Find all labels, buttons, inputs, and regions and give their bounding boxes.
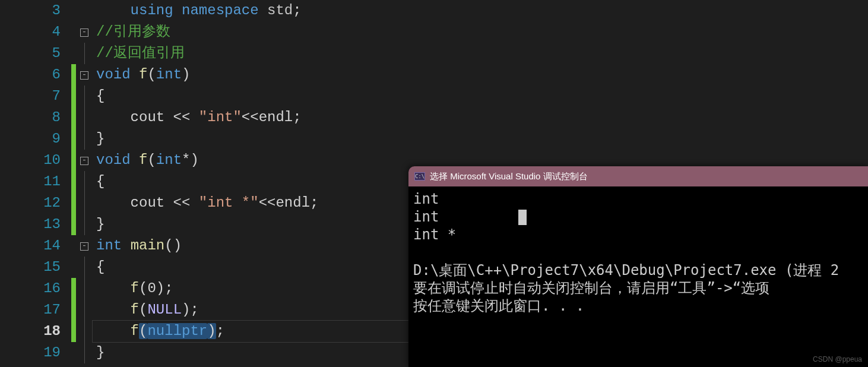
fold-cell [76,128,93,150]
code-folding-column[interactable]: ---- [76,0,93,367]
console-output[interactable]: intint int * D:\桌面\C++\Project7\x64\Debu… [408,186,868,318]
change-marker [71,342,76,363]
line-number: 16 [0,278,61,299]
console-icon: C:\ [414,172,425,181]
change-marker [71,214,76,235]
line-number: 13 [0,214,61,235]
line-number: 5 [0,43,61,64]
change-marker [71,321,76,342]
console-cursor [518,210,527,225]
line-number: 3 [0,0,61,21]
change-marker [71,64,76,86]
console-line: int [413,190,863,208]
fold-cell[interactable]: - [76,235,93,257]
line-number: 9 [0,128,61,150]
fold-cell [76,214,93,235]
line-number: 19 [0,342,61,363]
fold-cell [76,171,93,192]
change-marker [71,21,76,43]
fold-cell [76,107,93,128]
change-marker [71,128,76,150]
code-line[interactable]: } [93,128,868,150]
change-marker [71,86,76,107]
line-number-gutter: 345678910111213141516171819 [0,0,71,367]
code-line[interactable]: //返回值引用 [93,43,868,64]
line-number: 12 [0,192,61,214]
fold-cell [76,86,93,107]
fold-toggle-icon[interactable]: - [80,71,88,80]
fold-toggle-icon[interactable]: - [80,29,88,37]
console-line [413,243,863,261]
fold-cell[interactable]: - [76,21,93,43]
fold-cell[interactable]: - [76,64,93,86]
watermark-text: CSDN @ppeua [813,355,862,363]
console-titlebar[interactable]: C:\ 选择 Microsoft Visual Studio 调试控制台 [408,166,868,186]
code-line[interactable]: using namespace std; [93,0,868,21]
change-marker [71,43,76,64]
line-number: 7 [0,86,61,107]
change-marker [71,171,76,192]
change-marker [71,150,76,171]
line-number: 6 [0,64,61,86]
console-title: 选择 Microsoft Visual Studio 调试控制台 [430,171,588,182]
fold-toggle-icon[interactable]: - [80,157,88,165]
change-marker [71,0,76,21]
fold-cell [76,257,93,278]
line-number: 4 [0,21,61,43]
console-line: int [413,208,863,226]
code-line[interactable]: void f(int) [93,64,868,86]
fold-cell [76,192,93,214]
fold-cell [76,321,93,342]
debug-console-window[interactable]: C:\ 选择 Microsoft Visual Studio 调试控制台 int… [408,166,868,367]
console-line: D:\桌面\C++\Project7\x64\Debug\Project7.ex… [413,261,863,279]
code-line[interactable]: { [93,86,868,107]
console-line: 要在调试停止时自动关闭控制台，请启用“工具”->“选项 [413,279,863,297]
line-number: 17 [0,299,61,321]
change-marker [71,107,76,128]
fold-cell [76,43,93,64]
change-indicator-bar [71,0,76,367]
change-marker [71,257,76,278]
fold-cell [76,299,93,321]
line-number: 10 [0,150,61,171]
change-marker [71,278,76,299]
fold-cell[interactable]: - [76,150,93,171]
line-number: 15 [0,257,61,278]
code-line[interactable]: cout << "int"<<endl; [93,107,868,128]
line-number: 8 [0,107,61,128]
fold-cell [76,278,93,299]
change-marker [71,235,76,257]
code-line[interactable]: //引用参数 [93,21,868,43]
line-number: 11 [0,171,61,192]
fold-cell [76,342,93,363]
fold-cell [76,0,93,21]
change-marker [71,192,76,214]
change-marker [71,299,76,321]
line-number: 14 [0,235,61,257]
console-line: int * [413,226,863,243]
fold-toggle-icon[interactable]: - [80,242,88,251]
line-number: 18 [0,321,61,342]
console-line: 按任意键关闭此窗口. . . [413,297,863,315]
